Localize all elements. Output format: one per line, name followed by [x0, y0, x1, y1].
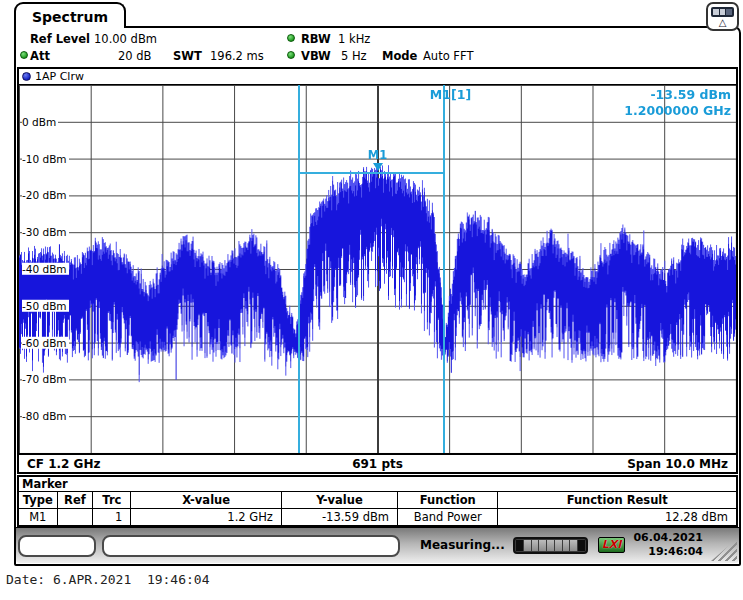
marker-section: Marker Type Ref Trc X-value Y-value Func…: [17, 475, 738, 527]
band-power-right-limit-line[interactable]: [443, 85, 445, 453]
marker-table-header-row: Type Ref Trc X-value Y-value Function Fu…: [19, 492, 736, 508]
col-function-result: Function Result: [498, 492, 736, 508]
cell-trc: 1: [93, 508, 131, 525]
y-axis-label: -30 dBm: [22, 226, 69, 238]
y-axis-label: -20 dBm: [22, 189, 69, 201]
col-trc: Trc: [93, 492, 131, 508]
rbw-label: RBW: [301, 32, 331, 46]
marker-readout-level: -13.59 dBm: [624, 87, 731, 103]
triangle-icon: △: [708, 18, 737, 28]
marker-table: Type Ref Trc X-value Y-value Function Fu…: [19, 492, 736, 525]
marker-m1-icon[interactable]: [373, 163, 383, 171]
marker-readout-name: M1[1]: [430, 87, 471, 102]
diagram-frame: 1AP Clrw 0 dBm -10 dBm -20 dBm -30 dBm -…: [17, 67, 738, 474]
spectrum-trace-canvas: [19, 85, 736, 453]
col-type: Type: [19, 492, 57, 508]
marker-section-title: Marker: [19, 477, 736, 492]
tab-spectrum[interactable]: Spectrum: [14, 2, 126, 28]
ref-level-value[interactable]: 10.00 dBm: [94, 32, 157, 46]
att-label: Att: [30, 49, 50, 63]
y-axis-label: -50 dBm: [22, 300, 69, 312]
y-axis-label: -10 dBm: [22, 152, 69, 164]
plot-area[interactable]: 0 dBm -10 dBm -20 dBm -30 dBm -40 dBm -5…: [19, 85, 736, 453]
y-axis-label: -80 dBm: [22, 410, 69, 422]
cell-x-value: 1.2 GHz: [131, 508, 282, 525]
status-bar: Measuring... LXI 06.04.2021 19:46:04: [16, 527, 739, 563]
softkey-bar-icon: [711, 7, 734, 17]
swt-value[interactable]: 196.2 ms: [210, 49, 264, 63]
status-date: 06.04.2021: [623, 531, 703, 545]
trace-label: 1AP Clrw: [35, 70, 84, 83]
att-value[interactable]: 20 dB: [118, 49, 151, 63]
col-function: Function: [398, 492, 498, 508]
frequency-footer: CF 1.2 GHz 691 pts Span 10.0 MHz: [19, 453, 736, 472]
marker-readout: -13.59 dBm 1.2000000 GHz: [624, 87, 731, 119]
status-time: 19:46:04: [623, 545, 703, 559]
y-axis-label: -70 dBm: [22, 373, 69, 385]
sweep-points: 691 pts: [352, 457, 403, 471]
page-date-line: Date: 6.APR.2021 19:46:04: [6, 572, 210, 587]
mode-value[interactable]: Auto FFT: [423, 49, 473, 63]
y-axis-label: 0 dBm: [22, 116, 58, 128]
cell-type: M1: [19, 508, 57, 525]
center-frequency[interactable]: CF 1.2 GHz: [27, 457, 101, 471]
band-power-left-limit-line[interactable]: [298, 85, 300, 453]
marker-m1-label: M1: [368, 148, 387, 162]
status-datetime: 06.04.2021 19:46:04: [623, 531, 703, 559]
y-axis-label: -60 dBm: [22, 336, 69, 348]
y-axis-label: -40 dBm: [22, 263, 69, 275]
vbw-label: VBW: [301, 49, 331, 63]
table-row[interactable]: M1 1 1.2 GHz -13.59 dBm Band Power 12.28…: [19, 508, 736, 525]
settings-header: Ref Level 10.00 dBm RBW 1 kHz Att 20 dB …: [16, 28, 739, 67]
rbw-value[interactable]: 1 kHz: [338, 32, 370, 46]
screen: Spectrum △ Ref Level 10.00 dBm RBW 1 kHz…: [0, 0, 743, 600]
lxi-badge: LXI: [598, 537, 625, 553]
rbw-led-icon: [287, 34, 295, 42]
cell-function-result: 12.28 dBm: [498, 508, 736, 525]
measuring-status: Measuring...: [420, 538, 505, 552]
status-tab-slot-2[interactable]: [102, 535, 400, 557]
att-led-icon: [20, 51, 28, 59]
cell-y-value: -13.59 dBm: [281, 508, 397, 525]
col-x-value: X-value: [131, 492, 282, 508]
col-y-value: Y-value: [281, 492, 397, 508]
trace-info-bar[interactable]: 1AP Clrw: [19, 69, 736, 85]
mode-label: Mode: [382, 49, 417, 63]
resize-handle-icon[interactable]: [711, 539, 737, 561]
vbw-value[interactable]: 5 Hz: [341, 49, 367, 63]
swt-label: SWT: [173, 49, 202, 63]
sweep-progress-bar: [513, 537, 588, 554]
status-tab-slot-1[interactable]: [18, 535, 96, 557]
band-power-level-line: [299, 172, 445, 174]
trace-color-icon: [22, 72, 31, 81]
vbw-led-icon: [287, 51, 295, 59]
ref-level-label: Ref Level: [30, 32, 90, 46]
display-panel-icon[interactable]: △: [706, 2, 739, 31]
cell-function: Band Power: [398, 508, 498, 525]
marker-readout-frequency: 1.2000000 GHz: [624, 103, 731, 119]
spectrum-window: Ref Level 10.00 dBm RBW 1 kHz Att 20 dB …: [14, 26, 741, 566]
col-ref: Ref: [57, 492, 93, 508]
span-value[interactable]: Span 10.0 MHz: [627, 457, 728, 471]
cell-ref: [57, 508, 93, 525]
